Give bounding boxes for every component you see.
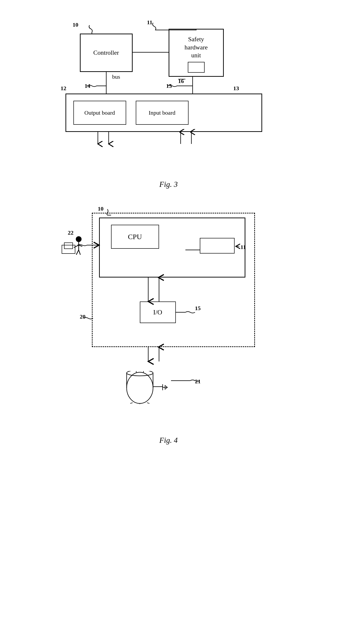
- ref-13: 13: [234, 85, 239, 92]
- fig3-title: Fig. 3: [159, 180, 178, 189]
- svg-line-15: [79, 245, 82, 246]
- rack-box: Output board Input board: [66, 94, 262, 132]
- fig4-ref-22: 22: [68, 230, 74, 236]
- page-container: Controller Safetyhardwareunit Output boa…: [0, 0, 337, 644]
- svg-line-24: [130, 403, 133, 404]
- svg-rect-9: [64, 243, 73, 249]
- fig4-ref-21: 21: [195, 378, 201, 385]
- fig4-ref-20: 20: [80, 314, 86, 320]
- svg-point-16: [127, 372, 153, 404]
- svg-line-26: [147, 403, 150, 404]
- fig4-ref-11: 11: [240, 244, 246, 250]
- output-board-box: Output board: [74, 101, 126, 125]
- io-label: I/O: [153, 308, 162, 316]
- input-board-label: Input board: [149, 110, 175, 116]
- svg-line-12: [74, 245, 79, 248]
- ref-14: 14: [85, 83, 90, 89]
- fig4-diagram: CPU I/O: [61, 198, 276, 434]
- bus-label: bus: [112, 74, 120, 80]
- safety-inner-box: [188, 62, 204, 73]
- cpu-label: CPU: [128, 233, 142, 241]
- fig4-ref-15: 15: [195, 305, 201, 312]
- svg-point-17: [127, 371, 153, 376]
- ref-11: 11: [147, 19, 152, 26]
- svg-line-13: [76, 250, 79, 255]
- fig3-diagram: Controller Safetyhardwareunit Output boa…: [61, 14, 276, 163]
- controller-box: Controller: [80, 34, 133, 72]
- fig4-ref-10: 10: [98, 206, 104, 212]
- process-equipment-icon: [123, 371, 171, 405]
- safety-label: Safetyhardwareunit: [184, 35, 208, 60]
- operator-icon: [61, 232, 87, 258]
- ref-16: 16: [178, 78, 184, 84]
- ref-12: 12: [61, 85, 66, 92]
- cpu-box: CPU: [111, 225, 159, 249]
- svg-rect-8: [62, 245, 75, 254]
- controller-label: Controller: [93, 49, 119, 56]
- output-board-label: Output board: [84, 110, 115, 116]
- ref-10: 10: [73, 22, 78, 28]
- fig4-title: Fig. 4: [159, 436, 178, 445]
- safety-small-box-fig4: [200, 238, 234, 254]
- safety-hardware-box: Safetyhardwareunit: [168, 29, 224, 77]
- input-board-box: Input board: [136, 101, 188, 125]
- ref-15: 15: [166, 83, 172, 89]
- svg-point-10: [76, 236, 82, 242]
- svg-line-14: [79, 250, 80, 255]
- io-box: I/O: [140, 302, 176, 323]
